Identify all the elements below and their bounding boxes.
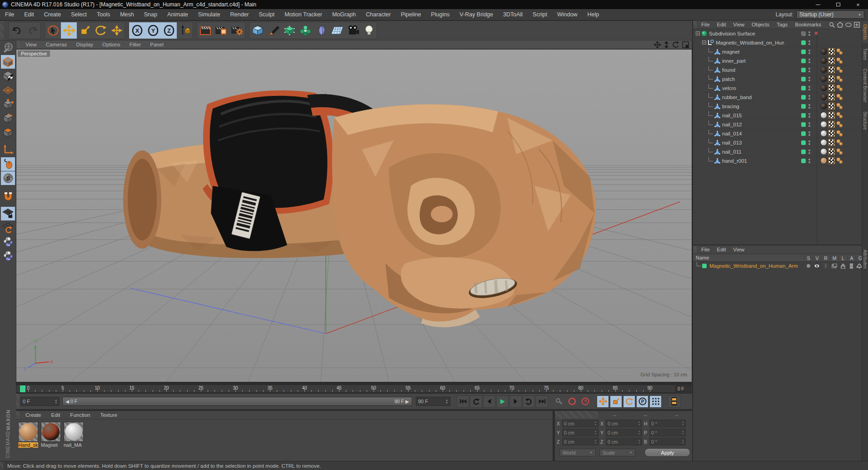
coord-input-h[interactable]: 0 °▲▼	[649, 420, 686, 427]
python-script-button-2[interactable]	[1, 249, 15, 263]
next-frame-button[interactable]	[509, 395, 522, 408]
tree-row-magnetic_wristband_on_human_arm[interactable]: −Magnetic_Wristband_on_Human_Arm	[693, 38, 862, 47]
lock-z-button[interactable]: Z	[161, 22, 177, 39]
add-icon[interactable]	[854, 22, 860, 28]
object-label[interactable]: magnet	[722, 49, 739, 55]
phong-tag[interactable]	[836, 157, 843, 164]
python-script-button-1[interactable]	[1, 235, 15, 249]
uv-tag[interactable]	[828, 48, 835, 55]
render-view-button[interactable]	[197, 22, 213, 39]
coord-system-dropdown[interactable]: World▼	[559, 449, 596, 456]
object-label[interactable]: nail_014	[722, 131, 742, 136]
material-label[interactable]: Hand_sk	[18, 442, 38, 448]
tab-takes[interactable]: Takes	[862, 45, 868, 64]
visibility-dots[interactable]	[808, 86, 810, 90]
om-menu-bookmarks[interactable]: Bookmarks	[791, 22, 825, 27]
previous-frame-button[interactable]	[483, 395, 495, 408]
menu-motion-tracker[interactable]: Motion Tracker	[279, 9, 327, 20]
uv-tag[interactable]	[828, 139, 835, 146]
menu-select[interactable]: Select	[66, 9, 92, 20]
pan-view-icon[interactable]	[654, 41, 661, 48]
material-menu-edit[interactable]: Edit	[46, 412, 65, 418]
end-frame-field[interactable]: 90 F ▲▼	[416, 397, 450, 406]
visibility-dots[interactable]	[808, 104, 810, 109]
material-menu-function[interactable]: Function	[65, 412, 95, 418]
next-key-button[interactable]	[523, 395, 535, 408]
redo-button[interactable]	[25, 22, 40, 39]
material-tag[interactable]	[820, 112, 827, 119]
viewport-menu-filter[interactable]: Filter	[125, 42, 146, 47]
points-mode-button[interactable]	[1, 97, 15, 111]
add-cube-button[interactable]	[249, 22, 265, 39]
tab-structure[interactable]: Structure	[862, 108, 868, 134]
uv-tag[interactable]	[828, 112, 835, 119]
tab-objects[interactable]: Objects	[862, 20, 868, 43]
om-menu-edit[interactable]: Edit	[713, 22, 730, 27]
menu-mograph[interactable]: MoGraph	[327, 9, 361, 20]
visibility-dots[interactable]	[808, 122, 810, 127]
enabled-toggle[interactable]	[801, 122, 806, 127]
layer-menu-view[interactable]: View	[729, 247, 748, 252]
object-label[interactable]: Magnetic_Wristband_on_Human_Arm	[716, 40, 784, 45]
phong-tag[interactable]	[836, 148, 843, 155]
menu-simulate[interactable]: Simulate	[193, 9, 225, 20]
enabled-toggle[interactable]	[801, 40, 806, 45]
phong-tag[interactable]	[836, 85, 843, 91]
add-subdivision-surface-button[interactable]	[281, 22, 297, 39]
material-nail_ma[interactable]: nail_MA	[64, 422, 85, 448]
add-floor-button[interactable]	[329, 22, 345, 39]
expander-icon[interactable]: −	[696, 31, 700, 35]
viewport-menu-options[interactable]: Options	[98, 42, 125, 47]
tree-row-nail_013[interactable]: nail_013	[693, 138, 862, 147]
phong-tag[interactable]	[836, 57, 843, 64]
phong-tag[interactable]	[836, 48, 843, 55]
visibility-dots[interactable]	[808, 77, 810, 81]
layer-row[interactable]: Magnetic_Wristband_on_Human_Arm	[693, 262, 862, 270]
texture-mode-button[interactable]	[1, 69, 15, 83]
edges-mode-button[interactable]	[1, 111, 15, 125]
layer-menu-file[interactable]: File	[698, 247, 713, 252]
coordinate-system-button[interactable]	[177, 22, 193, 39]
render-queue-button[interactable]	[668, 395, 680, 408]
polygons-mode-button[interactable]	[1, 125, 15, 139]
enabled-toggle[interactable]	[801, 50, 806, 54]
tree-row-magnet[interactable]: magnet	[693, 47, 862, 56]
tree-row-nail_015[interactable]: nail_015	[693, 111, 862, 120]
record-button[interactable]	[553, 395, 565, 408]
add-generator-button[interactable]	[297, 22, 313, 39]
om-menu-objects[interactable]: Objects	[748, 22, 773, 27]
object-label[interactable]: nail_011	[722, 149, 742, 155]
apply-button[interactable]: Apply	[644, 448, 690, 457]
uv-tag[interactable]	[828, 103, 835, 110]
phong-tag[interactable]	[836, 130, 843, 137]
phong-tag[interactable]	[836, 103, 843, 110]
stepper-icon[interactable]: ▲▼	[594, 430, 597, 435]
search-icon[interactable]	[829, 22, 835, 28]
material-hand_sk[interactable]: Hand_sk	[18, 422, 39, 448]
viewport-menu-panel[interactable]: Panel	[145, 42, 168, 47]
material-thumbnail[interactable]	[41, 422, 61, 442]
layer-menu-edit[interactable]: Edit	[713, 247, 730, 252]
expander-icon[interactable]: −	[702, 40, 706, 45]
add-camera-button[interactable]	[345, 22, 361, 39]
material-label[interactable]: Magnet	[41, 442, 61, 448]
object-manager-grip[interactable]	[693, 20, 697, 29]
uv-tag[interactable]	[828, 66, 835, 73]
stepper-icon[interactable]: ▲▼	[594, 439, 597, 444]
snap-settings-button[interactable]: S	[1, 171, 15, 185]
menu-mesh[interactable]: Mesh	[115, 9, 139, 20]
coord-input-x[interactable]: 0 cm▲▼	[606, 420, 642, 427]
tree-row-hand_r001[interactable]: hand_r001	[693, 156, 862, 165]
goto-end-button[interactable]	[536, 395, 548, 408]
tab-content-browser[interactable]: Content Browser	[862, 65, 868, 106]
rotate-view-icon[interactable]	[672, 41, 679, 48]
zoom-view-icon[interactable]	[664, 41, 669, 48]
previous-key-button[interactable]	[470, 395, 482, 408]
timeline-cursor[interactable]	[20, 385, 25, 392]
coord-input-y[interactable]: 0 cm▲▼	[562, 429, 599, 436]
move-tool[interactable]	[61, 22, 77, 39]
material-tag[interactable]	[820, 75, 827, 82]
visibility-dots[interactable]	[808, 150, 810, 154]
object-label[interactable]: hand_r001	[722, 158, 747, 164]
material-tag[interactable]	[820, 139, 827, 146]
